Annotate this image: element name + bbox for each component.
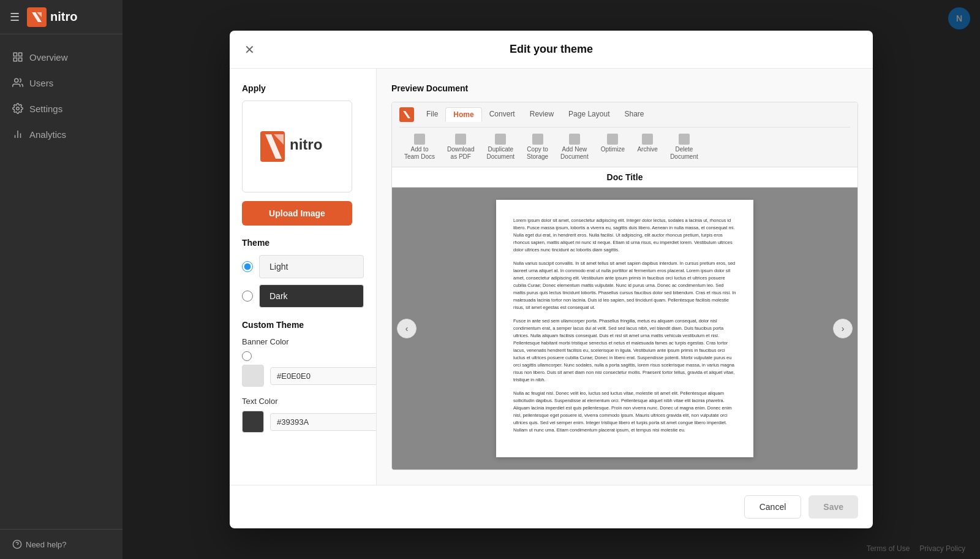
doc-next-button[interactable]: › bbox=[833, 319, 853, 338]
main-area: N ✕ Edit your theme Apply bbox=[123, 0, 980, 559]
right-panel: Preview Document File bbox=[377, 69, 873, 485]
doc-tool-copy-storage[interactable]: Copy toStorage bbox=[522, 131, 553, 163]
doc-tab-page-layout[interactable]: Page Layout bbox=[561, 107, 617, 122]
svg-rect-3 bbox=[13, 58, 17, 61]
sidebar-item-users[interactable]: Users bbox=[0, 70, 123, 96]
doc-tool-icon bbox=[495, 134, 506, 145]
doc-tool-icon bbox=[607, 134, 618, 145]
logo: nitro bbox=[27, 7, 77, 27]
doc-tab-file[interactable]: File bbox=[419, 107, 445, 122]
doc-tool-icon bbox=[642, 134, 653, 145]
dark-theme-radio[interactable] bbox=[242, 291, 253, 302]
sidebar-item-overview[interactable]: Overview bbox=[0, 44, 123, 70]
doc-text-2: Nulla varius suscipit convallis. In sit … bbox=[513, 260, 736, 311]
sidebar-item-analytics-label: Analytics bbox=[29, 129, 66, 140]
svg-point-5 bbox=[15, 78, 18, 82]
help-text[interactable]: Need help? bbox=[12, 539, 110, 549]
doc-text-4: Nulla ac feugiat nisl. Donec velit leo, … bbox=[513, 390, 736, 434]
doc-tool-icon bbox=[569, 134, 580, 145]
custom-theme-label: Custom Theme bbox=[242, 320, 364, 330]
modal-body: Apply nitro Upload Image Theme bbox=[230, 69, 873, 485]
users-icon bbox=[12, 77, 23, 88]
grid-icon bbox=[12, 51, 23, 63]
sidebar: ☰ nitro Overview Users Settings Analytic… bbox=[0, 0, 123, 559]
nitro-logo-icon bbox=[27, 7, 47, 27]
save-button[interactable]: Save bbox=[809, 495, 858, 519]
light-theme-radio[interactable] bbox=[242, 261, 253, 272]
doc-nav-tabs: File Home Convert Review Page Layout Sha… bbox=[419, 107, 652, 122]
banner-color-label: Banner Color bbox=[242, 337, 364, 346]
svg-rect-4 bbox=[19, 58, 22, 61]
doc-tab-convert[interactable]: Convert bbox=[482, 107, 522, 122]
close-button[interactable]: ✕ bbox=[242, 41, 257, 58]
doc-tool-archive[interactable]: Archive bbox=[632, 131, 663, 156]
question-icon bbox=[12, 539, 22, 549]
modal-header: ✕ Edit your theme bbox=[230, 31, 873, 69]
app-name: nitro bbox=[50, 10, 77, 24]
sidebar-item-settings[interactable]: Settings bbox=[0, 96, 123, 121]
apply-label: Apply bbox=[242, 83, 364, 93]
doc-title-bar: Doc Title bbox=[392, 167, 858, 188]
doc-tab-review[interactable]: Review bbox=[522, 107, 561, 122]
dark-theme-option[interactable]: Dark bbox=[242, 284, 364, 308]
doc-tab-home[interactable]: Home bbox=[445, 107, 481, 122]
doc-toolbar: Add toTeam Docs Downloadas PDF Duplicate… bbox=[399, 127, 850, 167]
doc-tool-delete[interactable]: DeleteDocument bbox=[665, 131, 703, 163]
light-theme-badge[interactable]: Light bbox=[259, 255, 364, 278]
sidebar-item-analytics[interactable]: Analytics bbox=[0, 121, 123, 147]
svg-point-6 bbox=[17, 107, 20, 110]
svg-text:nitro: nitro bbox=[290, 136, 322, 153]
preview-container: File Home Convert Review Page Layout Sha… bbox=[391, 102, 858, 470]
banner-color-swatch[interactable] bbox=[242, 365, 264, 387]
banner-color-radio[interactable] bbox=[242, 351, 252, 361]
doc-prev-button[interactable]: ‹ bbox=[397, 319, 417, 338]
text-color-input-row bbox=[242, 411, 364, 433]
edit-theme-modal: ✕ Edit your theme Apply bbox=[230, 31, 873, 528]
doc-app-bar: File Home Convert Review Page Layout Sha… bbox=[392, 102, 858, 167]
theme-section-label: Theme bbox=[242, 238, 364, 248]
cancel-button[interactable]: Cancel bbox=[744, 495, 802, 519]
modal-title: Edit your theme bbox=[510, 43, 593, 56]
doc-tool-add-new[interactable]: Add NewDocument bbox=[556, 131, 594, 163]
doc-tool-add-to-team[interactable]: Add toTeam Docs bbox=[399, 131, 440, 163]
doc-tool-icon bbox=[414, 134, 425, 145]
doc-content-area: ‹ Lorem ipsum dolor sit amet, consectetu… bbox=[392, 188, 858, 470]
svg-rect-2 bbox=[19, 53, 22, 56]
doc-tool-download-pdf[interactable]: Downloadas PDF bbox=[442, 131, 479, 163]
sidebar-item-users-label: Users bbox=[29, 78, 53, 88]
text-color-label: Text Color bbox=[242, 397, 364, 406]
modal-overlay: ✕ Edit your theme Apply bbox=[123, 0, 980, 559]
doc-tool-icon bbox=[679, 134, 690, 145]
text-color-field[interactable] bbox=[270, 413, 377, 431]
sidebar-item-settings-label: Settings bbox=[29, 104, 62, 114]
svg-rect-1 bbox=[13, 53, 17, 56]
doc-tool-icon bbox=[532, 134, 543, 145]
light-theme-option[interactable]: Light bbox=[242, 255, 364, 278]
banner-color-field[interactable] bbox=[270, 367, 377, 385]
hamburger-icon[interactable]: ☰ bbox=[10, 10, 20, 24]
sidebar-header: ☰ nitro bbox=[0, 0, 123, 34]
doc-tool-optimize[interactable]: Optimize bbox=[596, 131, 630, 156]
settings-icon bbox=[12, 103, 23, 114]
upload-image-button[interactable]: Upload Image bbox=[242, 201, 352, 226]
doc-app-bar-top: File Home Convert Review Page Layout Sha… bbox=[399, 102, 850, 127]
sidebar-item-overview-label: Overview bbox=[29, 52, 68, 63]
doc-tool-icon bbox=[455, 134, 466, 145]
text-color-swatch[interactable] bbox=[242, 411, 264, 433]
doc-text-3: Fusce in ante sed sem ullamcorper porta.… bbox=[513, 318, 736, 384]
nitro-preview-logo: nitro bbox=[254, 122, 340, 171]
banner-color-input-row bbox=[242, 365, 364, 387]
doc-text-1: Lorem ipsum dolor sit amet, consectetur … bbox=[513, 217, 736, 254]
preview-label: Preview Document bbox=[391, 83, 858, 93]
doc-tab-share[interactable]: Share bbox=[617, 107, 651, 122]
sidebar-footer: Need help? bbox=[0, 529, 123, 559]
banner-color-row bbox=[242, 351, 364, 361]
modal-footer: Cancel Save bbox=[230, 485, 873, 528]
dark-theme-badge[interactable]: Dark bbox=[259, 284, 364, 308]
analytics-icon bbox=[12, 129, 23, 140]
left-panel: Apply nitro Upload Image Theme bbox=[230, 69, 377, 485]
sidebar-nav: Overview Users Settings Analytics bbox=[0, 34, 123, 529]
doc-tool-duplicate[interactable]: DuplicateDocument bbox=[482, 131, 520, 163]
doc-page: Lorem ipsum dolor sit amet, consectetur … bbox=[496, 200, 753, 457]
doc-nitro-logo bbox=[399, 107, 414, 122]
